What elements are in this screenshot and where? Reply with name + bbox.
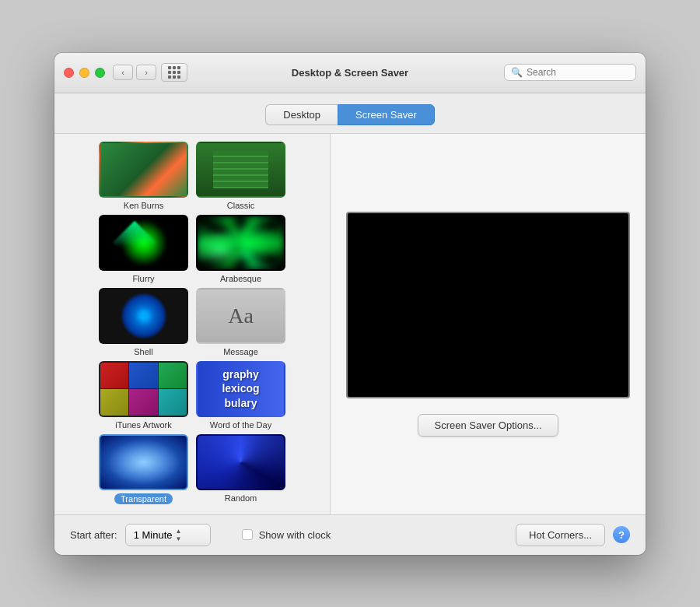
saver-label-shell: Shell xyxy=(134,347,152,356)
saver-thumb-flurry xyxy=(99,215,188,271)
itunes-cell xyxy=(129,363,157,389)
bottom-bar: Start after: 1 Minute ▲ ▼ Show with cloc… xyxy=(54,514,646,555)
tab-screen-saver[interactable]: Screen Saver xyxy=(338,104,435,125)
list-item[interactable]: Random xyxy=(196,434,285,504)
saver-label-itunes: iTunes Artwork xyxy=(115,420,171,430)
itunes-cell xyxy=(100,363,128,389)
list-item[interactable]: Flurry xyxy=(99,215,188,283)
list-item[interactable]: iTunes Artwork xyxy=(99,361,188,430)
help-button[interactable]: ? xyxy=(613,526,630,543)
start-after-label: Start after: xyxy=(70,529,117,541)
forward-button[interactable]: › xyxy=(136,65,156,80)
show-clock-label: Show with clock xyxy=(259,529,331,541)
preview-area: Screen Saver Options... xyxy=(330,134,646,514)
minimize-button[interactable] xyxy=(79,68,89,78)
list-item[interactable]: Transparent xyxy=(99,434,188,504)
search-icon: 🔍 xyxy=(511,67,523,78)
traffic-lights xyxy=(64,68,105,78)
shell-decoration xyxy=(121,293,167,339)
list-item[interactable]: Shell xyxy=(99,288,188,356)
saver-label-word: Word of the Day xyxy=(210,420,271,430)
main-window: ‹ › Desktop & Screen Saver 🔍 Desktop Scr… xyxy=(54,53,646,555)
saver-label-arabesque: Arabesque xyxy=(220,274,261,283)
list-item[interactable]: Classic xyxy=(196,142,285,210)
saver-label-random: Random xyxy=(225,493,257,503)
hot-corners-button[interactable]: Hot Corners... xyxy=(516,524,605,546)
screen-saver-options-button[interactable]: Screen Saver Options... xyxy=(418,414,558,437)
saver-thumb-itunes xyxy=(99,361,188,417)
content-area: Ken Burns Classic Flurry Arabesque xyxy=(54,133,646,514)
itunes-cell xyxy=(129,389,157,416)
grid-icon xyxy=(168,66,180,79)
word-decoration: graphylexicogbulary xyxy=(222,367,259,410)
list-item[interactable]: Aa Message xyxy=(196,288,285,356)
titlebar: ‹ › Desktop & Screen Saver 🔍 xyxy=(54,53,646,93)
itunes-cell xyxy=(159,363,187,389)
saver-thumb-arabesque xyxy=(196,215,285,271)
select-arrows-icon: ▲ ▼ xyxy=(176,528,182,542)
list-item[interactable]: Ken Burns xyxy=(99,142,188,210)
search-box[interactable]: 🔍 xyxy=(504,64,636,81)
start-after-select[interactable]: 1 Minute ▲ ▼ xyxy=(125,524,211,546)
tab-bar: Desktop Screen Saver xyxy=(54,93,646,133)
show-clock-checkbox[interactable] xyxy=(242,529,253,540)
list-item[interactable]: Arabesque xyxy=(196,215,285,283)
back-button[interactable]: ‹ xyxy=(113,65,133,80)
saver-label-message: Message xyxy=(223,347,258,356)
search-input[interactable] xyxy=(527,67,629,78)
nav-buttons: ‹ › xyxy=(113,65,156,80)
list-item[interactable]: graphylexicogbulary Word of the Day xyxy=(196,361,285,430)
itunes-cell xyxy=(159,389,187,416)
saver-thumb-random xyxy=(196,434,285,490)
start-after-value: 1 Minute xyxy=(134,529,173,541)
grid-view-button[interactable] xyxy=(161,63,187,82)
maximize-button[interactable] xyxy=(95,68,105,78)
close-button[interactable] xyxy=(64,68,74,78)
saver-label-transparent: Transparent xyxy=(114,493,173,504)
saver-label-ken-burns: Ken Burns xyxy=(124,201,163,210)
saver-thumb-shell xyxy=(99,288,188,344)
saver-thumb-ken-burns xyxy=(99,142,188,198)
show-clock-area[interactable]: Show with clock xyxy=(242,529,331,541)
tab-desktop[interactable]: Desktop xyxy=(265,104,338,125)
saver-thumb-message: Aa xyxy=(196,288,285,344)
preview-screen xyxy=(346,212,630,398)
saver-list: Ken Burns Classic Flurry Arabesque xyxy=(54,134,330,514)
saver-thumb-word: graphylexicogbulary xyxy=(196,361,285,417)
saver-label-flurry: Flurry xyxy=(132,274,154,283)
saver-label-classic: Classic xyxy=(227,201,254,210)
saver-thumb-transparent xyxy=(99,434,188,490)
saver-thumb-classic xyxy=(196,142,285,198)
itunes-cell xyxy=(100,389,128,416)
window-title: Desktop & Screen Saver xyxy=(292,67,408,79)
